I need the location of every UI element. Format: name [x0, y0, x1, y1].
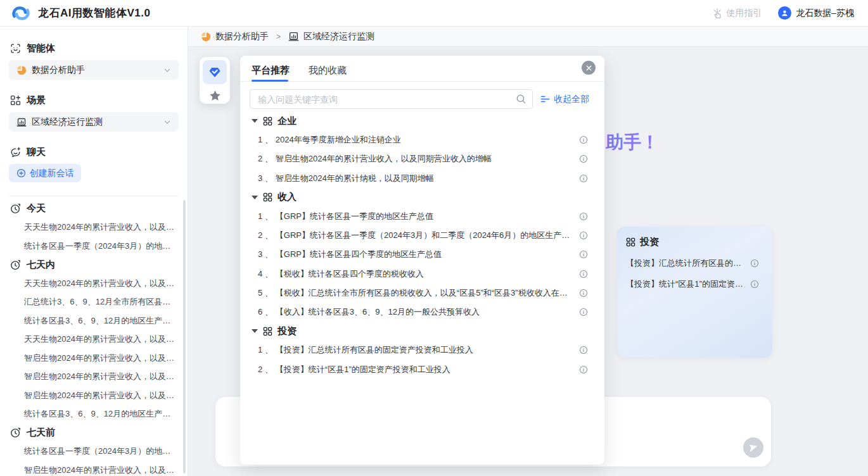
history-item[interactable]: 统计各区县一季度（2024年3月）的地区生...: [0, 442, 182, 461]
info-icon[interactable]: [579, 289, 588, 298]
app: 龙石AI用数智能体V1.0 使用指引 龙石: [0, 0, 868, 476]
card-question[interactable]: 【投资】统计“区县1”的固定资产投...: [626, 279, 763, 290]
recommend-panel-button[interactable]: [203, 60, 227, 84]
history-item[interactable]: 天天生物2024年的累计营业收入，以及同期...: [0, 218, 182, 237]
sidebar-scrollbar[interactable]: [183, 200, 186, 473]
paper-plane-icon: [748, 442, 758, 453]
section-header-investment[interactable]: 投资: [252, 322, 588, 341]
card-title: 投资: [640, 236, 659, 248]
tab-my-favorites[interactable]: 我的收藏: [309, 65, 347, 81]
collapse-lines-icon: [540, 94, 550, 104]
question-item[interactable]: 【GRP】统计各区县一季度的地区生产总值: [252, 207, 588, 226]
question-item[interactable]: 智启生物2024年的累计纳税，以及同期增幅: [252, 169, 588, 188]
recommend-panel: 平台推荐 我的收藏: [240, 56, 604, 465]
history-item[interactable]: 统计各区县3、6、9、12月的地区生产总值...: [0, 311, 182, 330]
triangle-down-icon: [252, 119, 258, 123]
chevron-down-icon: [163, 66, 171, 74]
question-item[interactable]: 2024年每季度新增企业和注销企业: [252, 130, 588, 149]
panel-tabs: 平台推荐 我的收藏: [240, 56, 604, 82]
info-icon[interactable]: [579, 174, 588, 183]
breadcrumb-scene[interactable]: 区域经济运行监测: [288, 31, 374, 42]
user-avatar: [778, 6, 791, 20]
usage-guide-link[interactable]: 使用指引: [712, 8, 762, 19]
info-icon[interactable]: [579, 346, 588, 354]
send-button[interactable]: [743, 437, 763, 458]
clock-history-icon: [10, 427, 21, 438]
history-group-7days: 七天内: [0, 256, 182, 275]
new-chat-button[interactable]: 创建新会话: [9, 164, 81, 182]
info-icon[interactable]: [579, 212, 588, 221]
grid-plus-icon: [10, 95, 21, 106]
history-item[interactable]: 天天生物2024年的累计营业收入，以及同期...: [0, 274, 182, 293]
search-input[interactable]: [250, 89, 533, 109]
question-item[interactable]: 智启生物2024年的累计营业收入，以及同期营业收入的增幅: [252, 149, 588, 168]
gem-check-icon: [208, 65, 222, 79]
history-item[interactable]: 智启生物2024年的累计营业收入，以及同期...: [0, 349, 182, 368]
grid-icon: [263, 327, 272, 336]
history-item[interactable]: 汇总统计3、6、9、12月全市所有区县的税...: [0, 293, 182, 312]
history-item[interactable]: 智启生物2024年的累计营业收入，以及同期...: [0, 368, 182, 387]
info-icon[interactable]: [579, 231, 588, 240]
pie-chart-icon: [201, 32, 211, 42]
chevron-down-icon: [163, 118, 171, 126]
info-icon[interactable]: [579, 365, 588, 374]
welcome-text: 助手！: [606, 130, 659, 154]
tap-hand-icon: [712, 8, 722, 18]
main-area: 助手！ 投资 【投资】汇总统计所有区县的固定...: [188, 47, 868, 476]
question-item[interactable]: 【GRP】统计各区县一季度（2024年3月）和二季度（2024年6月）的地区生产…: [252, 226, 588, 245]
chat-plus-icon: [10, 147, 21, 158]
section-header-income[interactable]: 收入: [252, 188, 588, 207]
triangle-down-icon: [252, 196, 258, 199]
question-item[interactable]: 【收入】统计各区县3、6、9、12月的一般公共预算收入: [252, 303, 588, 322]
info-icon[interactable]: [579, 135, 588, 144]
doc-chart-icon: [16, 117, 27, 127]
scene-select[interactable]: 区域经济运行监测: [9, 112, 179, 132]
star-icon: [208, 89, 222, 103]
suggestion-card-investment: 投资 【投资】汇总统计所有区县的固定... 【投资】统计“区县1”的固定资产投.…: [617, 227, 772, 358]
history-item[interactable]: 统计各区县一季度（2024年3月）的地区生...: [0, 237, 182, 256]
question-item[interactable]: 【税收】统计各区县四个季度的税收收入: [252, 265, 588, 284]
chat-history: 今天 天天生物2024年的累计营业收入，以及同期... 统计各区县一季度（202…: [0, 199, 182, 476]
doc-chart-icon: [288, 31, 299, 42]
info-icon[interactable]: [750, 259, 759, 268]
history-item[interactable]: 智启生物2024年的累计营业收入，以及同期...: [0, 461, 182, 476]
usage-guide-label: 使用指引: [726, 8, 762, 19]
new-chat-label: 创建新会话: [30, 168, 74, 179]
breadcrumb: 数据分析助手 > 区域经济运行监测: [188, 27, 868, 47]
info-icon[interactable]: [579, 308, 588, 316]
section-header-enterprise[interactable]: 企业: [252, 111, 588, 130]
question-item[interactable]: 【税收】汇总统计全市所有区县的税收收入，以及“区县5”和“区县3”税收收入在全市…: [252, 284, 588, 303]
search-icon[interactable]: [516, 94, 527, 104]
panel-toolbar: [200, 57, 230, 104]
info-icon[interactable]: [579, 250, 588, 259]
plus-circle-icon: [16, 168, 26, 178]
user-name: 龙石数据–苏槐: [796, 8, 854, 19]
agent-section-label: 智能体: [0, 42, 188, 54]
agent-selected-value: 数据分析助手: [32, 65, 158, 76]
question-item[interactable]: 【投资】汇总统计所有区县的固定资产投资和工业投入: [252, 341, 588, 360]
app-logo-icon: [10, 3, 32, 24]
favorites-panel-button[interactable]: [203, 87, 227, 104]
card-question[interactable]: 【投资】汇总统计所有区县的固定...: [626, 258, 763, 269]
sidebar: 智能体 数据分析助手 场景: [0, 27, 188, 476]
agent-select[interactable]: 数据分析助手: [9, 60, 179, 80]
clock-history-icon: [10, 203, 21, 214]
tab-platform-recommend[interactable]: 平台推荐: [252, 65, 290, 81]
info-icon[interactable]: [750, 280, 759, 289]
history-item[interactable]: 智启生物2024年的累计营业收入，以及同期...: [0, 386, 182, 405]
question-item[interactable]: 【投资】统计“区县1”的固定资产投资和工业投入: [252, 360, 588, 379]
user-menu[interactable]: 龙石数据–苏槐: [778, 6, 854, 20]
top-header: 龙石AI用数智能体V1.0 使用指引 龙石: [0, 0, 868, 27]
question-search: [250, 89, 533, 109]
history-group-today: 今天: [0, 199, 182, 218]
history-item[interactable]: 天天生物2024年的累计营业收入，以及同期...: [0, 330, 182, 349]
collapse-all-button[interactable]: 收起全部: [540, 94, 589, 105]
breadcrumb-agent[interactable]: 数据分析助手: [201, 31, 269, 42]
info-icon[interactable]: [579, 270, 588, 279]
history-item[interactable]: 统计各区县3、6、9、12月的地区生产总值...: [0, 405, 182, 424]
question-item[interactable]: 【GRP】统计各区县四个季度的地区生产总值: [252, 245, 588, 264]
question-list: 企业 2024年每季度新增企业和注销企业 智启生物2024年的累计营业收入，以及…: [240, 111, 604, 379]
agent-icon: [10, 43, 21, 54]
pie-chart-icon: [16, 65, 27, 75]
info-icon[interactable]: [579, 154, 588, 163]
